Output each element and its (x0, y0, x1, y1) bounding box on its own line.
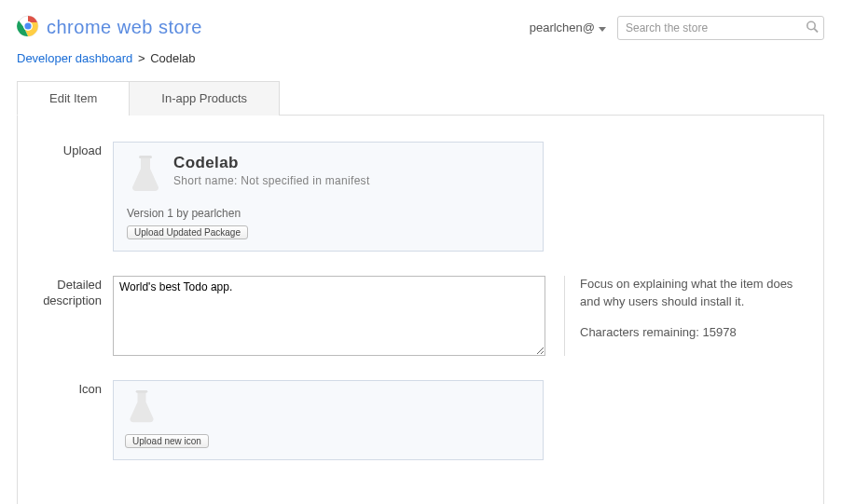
logo-area[interactable]: chrome web store (17, 15, 202, 40)
breadcrumb-separator: > (138, 51, 145, 65)
tab-inapp-products[interactable]: In-app Products (129, 81, 280, 116)
label-icon: Icon (40, 380, 113, 460)
breadcrumb-current: Codelab (150, 51, 195, 65)
user-menu[interactable]: pearlchen@ (530, 20, 606, 34)
search-input[interactable] (617, 16, 824, 40)
tabs: Edit Item In-app Products (17, 80, 824, 116)
svg-line-4 (814, 28, 818, 32)
description-textarea[interactable] (113, 276, 545, 356)
caret-down-icon (599, 20, 606, 34)
label-upload: Upload (40, 142, 113, 252)
upload-card: Codelab Short name: Not specified in man… (113, 142, 544, 252)
chrome-logo-icon (17, 15, 39, 40)
upload-updated-package-button[interactable]: Upload Updated Package (127, 225, 248, 239)
store-title: chrome web store (47, 17, 202, 38)
description-help-text: Focus on explaining what the item does a… (580, 276, 805, 311)
characters-remaining: Characters remaining: 15978 (580, 324, 805, 342)
tab-edit-item[interactable]: Edit Item (17, 81, 130, 116)
svg-rect-5 (139, 156, 152, 158)
version-line: Version 1 by pearlchen (127, 207, 530, 220)
user-email: pearlchen@ (530, 20, 595, 34)
svg-point-3 (807, 21, 815, 29)
short-name-value: Not specified in manifest (241, 174, 369, 187)
upload-new-icon-button[interactable]: Upload new icon (125, 434, 209, 448)
svg-point-2 (24, 22, 31, 29)
breadcrumb-link-dashboard[interactable]: Developer dashboard (17, 51, 132, 65)
label-description: Detailed description (40, 276, 113, 356)
description-help: Focus on explaining what the item does a… (564, 276, 805, 356)
flask-icon (127, 154, 164, 198)
breadcrumb: Developer dashboard > Codelab (0, 48, 841, 80)
icon-card: Upload new icon (113, 380, 544, 460)
search-icon[interactable] (806, 20, 819, 35)
flask-icon (125, 415, 159, 429)
svg-rect-6 (136, 390, 148, 393)
short-name-label: Short name: (173, 174, 238, 187)
app-name: Codelab (173, 154, 370, 172)
